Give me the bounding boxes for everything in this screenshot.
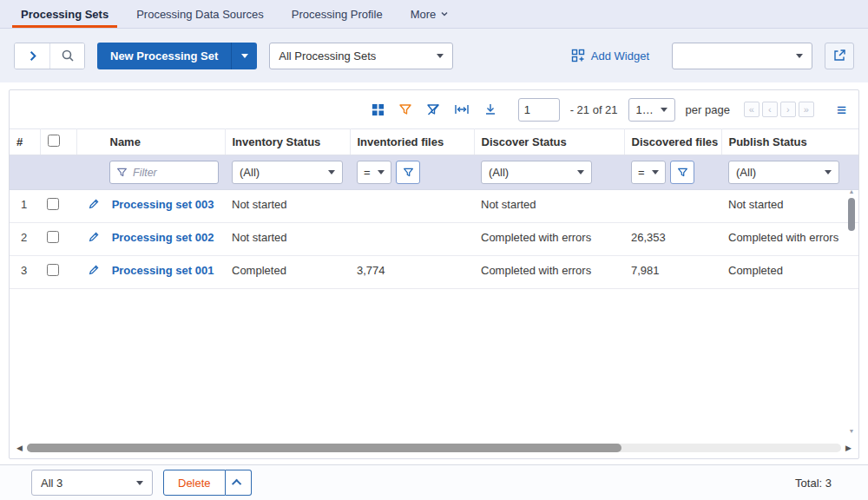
page-number-input[interactable] <box>518 98 560 122</box>
mass-selection-select[interactable]: All 3 <box>31 470 153 496</box>
row-index: 1 <box>10 190 40 223</box>
filter-funnel-icon <box>116 167 128 178</box>
chevron-down-icon <box>437 54 444 58</box>
name-filter-box[interactable] <box>109 161 219 184</box>
mass-selection-value: All 3 <box>41 477 62 490</box>
tab-processing-data-sources[interactable]: Processing Data Sources <box>122 0 278 28</box>
list-menu-icon[interactable]: ≡ <box>837 102 846 118</box>
view-selector[interactable]: All Processing Sets <box>269 43 453 69</box>
tab-processing-profile[interactable]: Processing Profile <box>278 0 397 28</box>
discover-status-filter-select[interactable]: (All) <box>481 161 592 184</box>
table-row[interactable]: 2 Processing set 002 Not started Complet… <box>10 222 858 255</box>
mass-operations-bar: All 3 Delete Total: 3 <box>0 464 868 500</box>
discover-status-cell: Completed with errors <box>474 255 624 288</box>
processing-set-link[interactable]: Processing set 002 <box>112 231 214 244</box>
chevron-right-icon <box>26 49 39 62</box>
horizontal-scrollbar-track[interactable] <box>27 444 841 452</box>
processing-set-link[interactable]: Processing set 003 <box>112 198 214 211</box>
name-filter-input[interactable] <box>133 167 202 179</box>
tab-more-label: More <box>411 8 437 21</box>
new-processing-set-button[interactable]: New Processing Set <box>97 43 231 69</box>
tab-more[interactable]: More <box>397 0 464 28</box>
table-row[interactable]: 3 Processing set 001 Completed 3,774 Com… <box>10 255 858 288</box>
inventoried-files-operator-select[interactable]: = <box>357 161 391 184</box>
row-checkbox[interactable] <box>47 198 59 210</box>
edit-icon[interactable] <box>88 231 100 243</box>
table-row[interactable]: 1 Processing set 003 Not started Not sta… <box>10 190 858 223</box>
filter-cell-select <box>40 155 76 190</box>
last-page-button[interactable]: » <box>799 102 814 117</box>
dashboard-selector[interactable] <box>672 43 812 69</box>
inventoried-files-filter-button[interactable] <box>396 161 420 184</box>
export-dashboard-button[interactable] <box>825 43 854 69</box>
scroll-up-icon[interactable]: ▲ <box>849 188 855 196</box>
page-size-value: 100 <box>636 103 654 116</box>
first-page-button[interactable]: « <box>744 102 760 117</box>
row-checkbox[interactable] <box>47 231 59 243</box>
row-select-cell <box>40 190 76 223</box>
vertical-scrollbar-thumb[interactable] <box>848 198 855 231</box>
delete-caret-button[interactable] <box>226 470 252 496</box>
show-filters-button[interactable] <box>397 101 414 118</box>
column-header-name[interactable]: Name <box>76 129 225 155</box>
column-header-number[interactable]: # <box>10 129 40 155</box>
filter-off-icon <box>426 102 440 116</box>
filter-icon <box>677 167 688 178</box>
filter-cell-inventory-status: (All) <box>225 155 350 190</box>
scroll-left-icon[interactable]: ◀ <box>16 444 23 452</box>
delete-split: Delete <box>163 470 252 496</box>
filter-cell-number <box>10 155 40 190</box>
app-root: Processing Sets Processing Data Sources … <box>0 0 868 500</box>
browser-search-group <box>14 43 85 69</box>
chevron-up-icon <box>232 479 241 489</box>
chevron-down-icon <box>825 170 832 174</box>
scroll-right-icon[interactable]: ▶ <box>845 444 852 452</box>
discovered-files-cell <box>624 190 721 223</box>
column-header-discovered-files[interactable]: Discovered files <box>624 129 721 155</box>
name-cell: Processing set 003 <box>76 190 225 223</box>
chevron-down-icon <box>661 108 667 112</box>
new-processing-set-split: New Processing Set <box>97 43 257 69</box>
column-header-discover-status[interactable]: Discover Status <box>474 129 624 155</box>
search-button[interactable] <box>49 43 84 69</box>
discovered-files-operator-select[interactable]: = <box>631 161 666 184</box>
column-header-inventoried-files[interactable]: Inventoried files <box>350 129 474 155</box>
column-header-inventory-status[interactable]: Inventory Status <box>225 129 350 155</box>
edit-icon[interactable] <box>88 198 100 210</box>
edit-icon[interactable] <box>88 264 100 276</box>
export-download-button[interactable] <box>482 101 499 118</box>
column-header-select <box>40 129 76 155</box>
discover-status-cell: Completed with errors <box>474 222 624 255</box>
publish-status-filter-select[interactable]: (All) <box>728 161 839 184</box>
add-widget-button[interactable]: Add Widget <box>571 49 649 62</box>
horizontal-scrollbar[interactable]: ◀ ▶ <box>16 442 852 454</box>
new-processing-set-caret-button[interactable] <box>231 43 257 69</box>
chevron-down-icon <box>328 170 335 174</box>
row-index: 2 <box>10 222 40 255</box>
filter-cell-publish-status: (All) <box>721 155 858 190</box>
previous-page-button[interactable]: ‹ <box>762 102 778 117</box>
next-page-button[interactable]: › <box>780 102 796 117</box>
select-all-checkbox[interactable] <box>48 135 60 147</box>
delete-button[interactable]: Delete <box>163 470 226 496</box>
vertical-scrollbar[interactable]: ▲ ▼ <box>846 188 857 436</box>
column-header-publish-status[interactable]: Publish Status <box>721 129 858 155</box>
row-checkbox[interactable] <box>47 264 59 276</box>
expand-browser-button[interactable] <box>15 43 49 69</box>
inventory-status-filter-select[interactable]: (All) <box>232 161 343 184</box>
discovered-files-cell: 7,981 <box>624 255 721 288</box>
horizontal-scrollbar-thumb[interactable] <box>27 444 621 452</box>
export-grid-button[interactable] <box>370 102 386 118</box>
discovered-files-filter-button[interactable] <box>670 161 694 184</box>
page-size-select[interactable]: 100 <box>628 98 675 122</box>
tab-processing-sets[interactable]: Processing Sets <box>7 0 122 28</box>
clear-filters-button[interactable] <box>424 101 442 118</box>
name-cell: Processing set 002 <box>76 222 225 255</box>
tab-bar: Processing Sets Processing Data Sources … <box>0 0 868 29</box>
chevron-down-icon <box>652 170 659 174</box>
view-selector-value: All Processing Sets <box>279 49 376 62</box>
processing-set-link[interactable]: Processing set 001 <box>112 264 214 277</box>
autosize-columns-button[interactable] <box>452 101 471 118</box>
name-cell: Processing set 001 <box>76 255 225 288</box>
scroll-down-icon[interactable]: ▼ <box>849 427 855 436</box>
